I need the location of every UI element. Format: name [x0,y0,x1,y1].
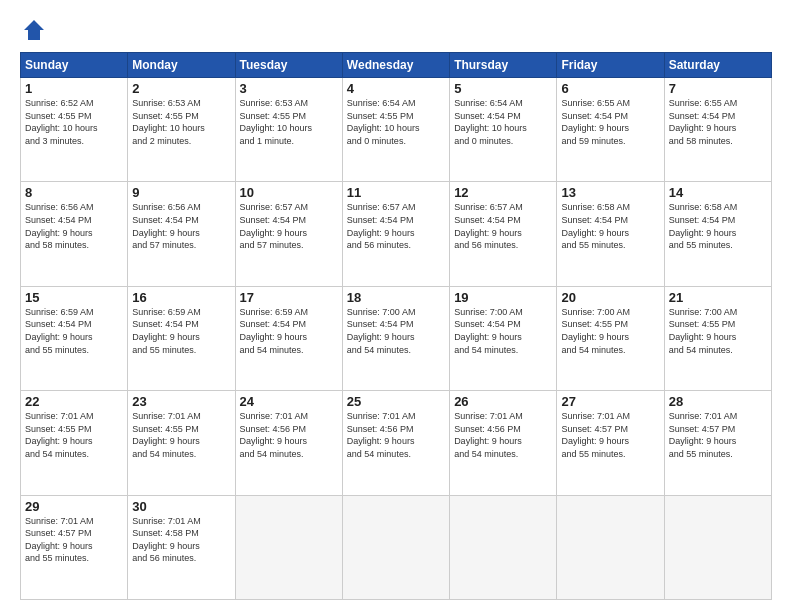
day-info: Sunrise: 6:54 AM Sunset: 4:54 PM Dayligh… [454,97,552,147]
day-number: 24 [240,394,338,409]
calendar-cell: 10Sunrise: 6:57 AM Sunset: 4:54 PM Dayli… [235,182,342,286]
calendar-header-saturday: Saturday [664,53,771,78]
day-number: 12 [454,185,552,200]
day-info: Sunrise: 6:53 AM Sunset: 4:55 PM Dayligh… [240,97,338,147]
calendar-cell: 20Sunrise: 7:00 AM Sunset: 4:55 PM Dayli… [557,286,664,390]
day-number: 1 [25,81,123,96]
day-number: 2 [132,81,230,96]
calendar-cell: 28Sunrise: 7:01 AM Sunset: 4:57 PM Dayli… [664,391,771,495]
calendar-header-thursday: Thursday [450,53,557,78]
day-info: Sunrise: 6:54 AM Sunset: 4:55 PM Dayligh… [347,97,445,147]
calendar-cell [557,495,664,599]
calendar-header-sunday: Sunday [21,53,128,78]
calendar-header-row: SundayMondayTuesdayWednesdayThursdayFrid… [21,53,772,78]
day-number: 11 [347,185,445,200]
day-number: 8 [25,185,123,200]
day-info: Sunrise: 7:01 AM Sunset: 4:56 PM Dayligh… [454,410,552,460]
calendar-cell: 16Sunrise: 6:59 AM Sunset: 4:54 PM Dayli… [128,286,235,390]
calendar-week-4: 22Sunrise: 7:01 AM Sunset: 4:55 PM Dayli… [21,391,772,495]
day-info: Sunrise: 6:59 AM Sunset: 4:54 PM Dayligh… [132,306,230,356]
day-info: Sunrise: 6:58 AM Sunset: 4:54 PM Dayligh… [669,201,767,251]
day-info: Sunrise: 6:56 AM Sunset: 4:54 PM Dayligh… [132,201,230,251]
day-number: 27 [561,394,659,409]
day-info: Sunrise: 6:57 AM Sunset: 4:54 PM Dayligh… [240,201,338,251]
calendar-week-1: 1Sunrise: 6:52 AM Sunset: 4:55 PM Daylig… [21,78,772,182]
day-number: 3 [240,81,338,96]
day-info: Sunrise: 7:01 AM Sunset: 4:58 PM Dayligh… [132,515,230,565]
day-number: 22 [25,394,123,409]
day-number: 26 [454,394,552,409]
logo-icon [20,16,48,44]
day-number: 23 [132,394,230,409]
calendar-cell: 6Sunrise: 6:55 AM Sunset: 4:54 PM Daylig… [557,78,664,182]
calendar-cell: 4Sunrise: 6:54 AM Sunset: 4:55 PM Daylig… [342,78,449,182]
calendar-cell: 19Sunrise: 7:00 AM Sunset: 4:54 PM Dayli… [450,286,557,390]
calendar-header-monday: Monday [128,53,235,78]
calendar-cell: 17Sunrise: 6:59 AM Sunset: 4:54 PM Dayli… [235,286,342,390]
calendar-cell: 29Sunrise: 7:01 AM Sunset: 4:57 PM Dayli… [21,495,128,599]
calendar-cell: 5Sunrise: 6:54 AM Sunset: 4:54 PM Daylig… [450,78,557,182]
day-info: Sunrise: 7:00 AM Sunset: 4:55 PM Dayligh… [561,306,659,356]
day-info: Sunrise: 6:53 AM Sunset: 4:55 PM Dayligh… [132,97,230,147]
day-number: 10 [240,185,338,200]
day-info: Sunrise: 6:59 AM Sunset: 4:54 PM Dayligh… [25,306,123,356]
day-info: Sunrise: 6:57 AM Sunset: 4:54 PM Dayligh… [347,201,445,251]
day-number: 13 [561,185,659,200]
day-info: Sunrise: 6:55 AM Sunset: 4:54 PM Dayligh… [561,97,659,147]
day-info: Sunrise: 7:00 AM Sunset: 4:54 PM Dayligh… [454,306,552,356]
day-info: Sunrise: 7:01 AM Sunset: 4:56 PM Dayligh… [240,410,338,460]
day-number: 7 [669,81,767,96]
day-info: Sunrise: 6:57 AM Sunset: 4:54 PM Dayligh… [454,201,552,251]
calendar-cell: 1Sunrise: 6:52 AM Sunset: 4:55 PM Daylig… [21,78,128,182]
calendar-cell: 27Sunrise: 7:01 AM Sunset: 4:57 PM Dayli… [557,391,664,495]
calendar-cell: 24Sunrise: 7:01 AM Sunset: 4:56 PM Dayli… [235,391,342,495]
day-number: 28 [669,394,767,409]
day-info: Sunrise: 7:01 AM Sunset: 4:57 PM Dayligh… [669,410,767,460]
day-number: 25 [347,394,445,409]
day-info: Sunrise: 6:58 AM Sunset: 4:54 PM Dayligh… [561,201,659,251]
calendar-cell: 2Sunrise: 6:53 AM Sunset: 4:55 PM Daylig… [128,78,235,182]
calendar-cell: 22Sunrise: 7:01 AM Sunset: 4:55 PM Dayli… [21,391,128,495]
calendar-cell [664,495,771,599]
day-number: 4 [347,81,445,96]
calendar-cell: 23Sunrise: 7:01 AM Sunset: 4:55 PM Dayli… [128,391,235,495]
calendar-header-friday: Friday [557,53,664,78]
day-info: Sunrise: 7:00 AM Sunset: 4:54 PM Dayligh… [347,306,445,356]
day-number: 18 [347,290,445,305]
header [20,16,772,44]
day-number: 20 [561,290,659,305]
day-info: Sunrise: 7:01 AM Sunset: 4:55 PM Dayligh… [25,410,123,460]
calendar-cell: 12Sunrise: 6:57 AM Sunset: 4:54 PM Dayli… [450,182,557,286]
calendar-cell: 11Sunrise: 6:57 AM Sunset: 4:54 PM Dayli… [342,182,449,286]
day-number: 6 [561,81,659,96]
day-number: 16 [132,290,230,305]
day-info: Sunrise: 7:01 AM Sunset: 4:57 PM Dayligh… [561,410,659,460]
page: SundayMondayTuesdayWednesdayThursdayFrid… [0,0,792,612]
day-info: Sunrise: 6:55 AM Sunset: 4:54 PM Dayligh… [669,97,767,147]
day-number: 15 [25,290,123,305]
day-info: Sunrise: 7:01 AM Sunset: 4:55 PM Dayligh… [132,410,230,460]
calendar-cell: 9Sunrise: 6:56 AM Sunset: 4:54 PM Daylig… [128,182,235,286]
day-number: 17 [240,290,338,305]
day-number: 19 [454,290,552,305]
calendar-cell: 21Sunrise: 7:00 AM Sunset: 4:55 PM Dayli… [664,286,771,390]
calendar-cell: 14Sunrise: 6:58 AM Sunset: 4:54 PM Dayli… [664,182,771,286]
calendar-cell: 3Sunrise: 6:53 AM Sunset: 4:55 PM Daylig… [235,78,342,182]
calendar-cell [235,495,342,599]
calendar-cell [450,495,557,599]
calendar-cell: 8Sunrise: 6:56 AM Sunset: 4:54 PM Daylig… [21,182,128,286]
calendar-week-5: 29Sunrise: 7:01 AM Sunset: 4:57 PM Dayli… [21,495,772,599]
day-number: 9 [132,185,230,200]
day-number: 29 [25,499,123,514]
day-info: Sunrise: 7:01 AM Sunset: 4:57 PM Dayligh… [25,515,123,565]
calendar-cell: 7Sunrise: 6:55 AM Sunset: 4:54 PM Daylig… [664,78,771,182]
day-number: 30 [132,499,230,514]
svg-marker-0 [24,20,44,40]
calendar-header-tuesday: Tuesday [235,53,342,78]
day-number: 14 [669,185,767,200]
calendar-cell: 30Sunrise: 7:01 AM Sunset: 4:58 PM Dayli… [128,495,235,599]
calendar-header-wednesday: Wednesday [342,53,449,78]
calendar-cell: 13Sunrise: 6:58 AM Sunset: 4:54 PM Dayli… [557,182,664,286]
calendar-cell: 26Sunrise: 7:01 AM Sunset: 4:56 PM Dayli… [450,391,557,495]
day-info: Sunrise: 6:52 AM Sunset: 4:55 PM Dayligh… [25,97,123,147]
